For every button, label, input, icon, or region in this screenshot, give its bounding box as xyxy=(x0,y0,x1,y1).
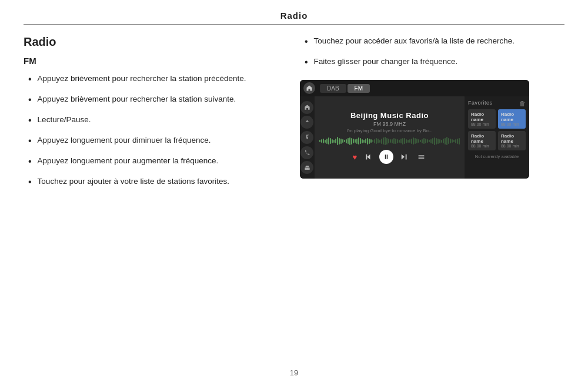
left-bullet-list: Appuyez brièvement pour rechercher la st… xyxy=(28,73,282,189)
radio-favorites: Favorites Radio name 88.00 min Radio nam… xyxy=(465,96,529,179)
right-column: Touchez pour accéder aux favoris/à la li… xyxy=(300,35,564,359)
sub-title: FM xyxy=(24,56,282,66)
list-item: Faites glisser pour changer la fréquence… xyxy=(305,56,564,69)
fav-item-1[interactable]: Radio name 88.00 min xyxy=(468,109,496,129)
tab-dab[interactable]: DAB xyxy=(320,84,346,93)
list-item: Lecture/Pause. xyxy=(28,114,282,127)
fav-item-3[interactable]: Radio name 88.00 min xyxy=(468,131,496,150)
list-icon[interactable] xyxy=(416,152,426,162)
frequency: FM 96.9 MHZ xyxy=(373,121,406,127)
header-title: Radio xyxy=(280,11,308,21)
pause-button[interactable] xyxy=(379,150,393,164)
music-icon[interactable] xyxy=(300,131,313,144)
tab-fm[interactable]: FM xyxy=(348,84,370,93)
radio-center: Beijing Music Radio FM 96.9 MHZ I'm play… xyxy=(315,96,465,179)
left-column: Radio FM Appuyez brièvement pour recherc… xyxy=(24,35,282,359)
right-bullet-list: Touchez pour accéder aux favoris/à la li… xyxy=(305,35,564,69)
freq-row: FM 96.9 MHZ xyxy=(373,121,406,127)
radio-controls: ♥ xyxy=(353,150,427,164)
phone-icon[interactable] xyxy=(300,146,313,159)
section-title: Radio xyxy=(24,35,282,49)
favorites-grid: Radio name 88.00 min Radio name 88.00 mi… xyxy=(468,109,526,150)
home-icon xyxy=(303,82,315,94)
fav-item-2[interactable]: Radio name 88.00 min xyxy=(498,109,526,129)
home-side-icon[interactable] xyxy=(300,101,313,114)
page-header: Radio xyxy=(24,0,564,25)
now-playing: I'm playing Good bye to romance by Bo... xyxy=(346,128,433,133)
list-item: Touchez pour ajouter à votre liste de st… xyxy=(28,176,282,189)
list-item: Appuyez brièvement pour rechercher la st… xyxy=(28,73,282,86)
list-item: Appuyez longuement pour diminuer la fréq… xyxy=(28,135,282,148)
waveform xyxy=(319,136,460,146)
heart-icon[interactable]: ♥ xyxy=(353,153,358,162)
arrow-icon[interactable] xyxy=(300,116,313,129)
station-name: Beijing Music Radio xyxy=(350,111,429,120)
page-number: 19 xyxy=(290,368,298,377)
page-container: Radio Radio FM Appuyez brièvement pour r… xyxy=(0,0,588,383)
not-available: Not currently available xyxy=(468,154,526,159)
list-item: Appuyez brièvement pour rechercher la st… xyxy=(28,93,282,107)
trash-icon: 🗑 xyxy=(519,100,526,107)
next-button[interactable] xyxy=(399,152,410,162)
radio-main: Beijing Music Radio FM 96.9 MHZ I'm play… xyxy=(300,96,529,179)
content-columns: Radio FM Appuyez brièvement pour recherc… xyxy=(24,35,564,359)
favorites-title: Favorites xyxy=(468,100,526,106)
radio-top-bar: DAB FM 🗑 xyxy=(300,80,529,96)
page-footer: 19 xyxy=(24,359,564,383)
car-icon[interactable] xyxy=(300,161,313,174)
fav-item-4[interactable]: Radio name 88.00 min xyxy=(498,131,526,150)
list-item: Touchez pour accéder aux favoris/à la li… xyxy=(305,35,564,49)
radio-screenshot: DAB FM 🗑 xyxy=(300,80,529,179)
radio-tabs: DAB FM xyxy=(320,84,370,93)
list-item: Appuyez longuement pour augmenter la fré… xyxy=(28,155,282,169)
radio-left-icons xyxy=(300,96,315,179)
prev-button[interactable] xyxy=(363,152,373,162)
